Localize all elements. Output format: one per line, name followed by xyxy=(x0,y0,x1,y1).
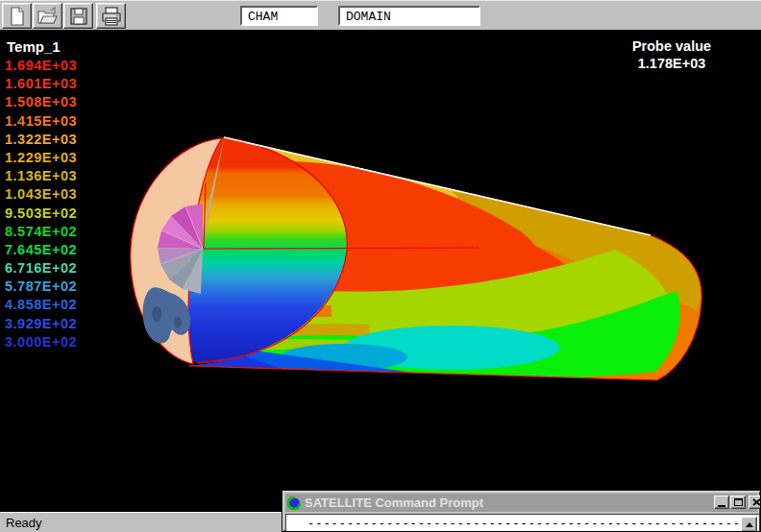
minimize-button[interactable] xyxy=(714,496,729,509)
probe-readout: Probe value 1.178E+03 xyxy=(621,37,723,72)
save-file-button[interactable] xyxy=(63,3,93,29)
open-file-button[interactable] xyxy=(33,3,62,29)
command-console-output[interactable]: ----------------------------------------… xyxy=(285,514,759,532)
phoenics-logo-icon xyxy=(287,496,301,510)
cham-field[interactable] xyxy=(240,6,318,26)
probe-value: 1.178E+03 xyxy=(621,55,723,72)
toolbar xyxy=(0,0,761,30)
open-folder-icon xyxy=(37,6,60,27)
legend-entry: 5.787E+02 xyxy=(5,278,77,297)
new-document-icon xyxy=(7,6,28,27)
minimize-icon xyxy=(718,505,725,507)
temperature-legend: 1.694E+03 1.601E+03 1.508E+03 1.415E+03 … xyxy=(5,58,77,352)
legend-entry: 1.694E+03 xyxy=(5,58,77,76)
legend-entry: 4.858E+02 xyxy=(5,297,77,315)
up-arrow-icon xyxy=(746,522,753,527)
probe-label: Probe value xyxy=(621,37,723,55)
maximize-icon xyxy=(734,498,743,506)
legend-entry: 1.043E+03 xyxy=(5,186,77,205)
print-button[interactable] xyxy=(96,3,126,29)
scrollbar-up-button[interactable] xyxy=(741,517,757,532)
legend-entry: 3.000E+02 xyxy=(5,334,77,352)
command-window-title: SATELLITE Command Prompt xyxy=(305,496,483,510)
console-line: ----------------------------------------… xyxy=(307,518,749,531)
legend-entry: 7.645E+02 xyxy=(5,242,77,260)
domain-field[interactable] xyxy=(338,6,480,26)
legend-entry: 1.229E+03 xyxy=(5,150,77,168)
status-text: Ready xyxy=(6,516,42,530)
close-button[interactable] xyxy=(749,496,761,509)
printer-icon xyxy=(100,6,123,27)
legend-entry: 9.503E+02 xyxy=(5,206,77,224)
legend-entry: 1.136E+03 xyxy=(5,168,77,186)
cfd-cylinder-visualization xyxy=(0,30,761,512)
legend-entry: 3.929E+02 xyxy=(5,316,77,334)
save-floppy-icon xyxy=(68,6,89,27)
viewport-3d[interactable]: Temp_1 1.694E+03 1.601E+03 1.508E+03 1.4… xyxy=(0,30,761,512)
new-file-button[interactable] xyxy=(2,3,32,29)
maximize-button[interactable] xyxy=(730,496,746,509)
legend-entry: 1.322E+03 xyxy=(5,132,77,150)
legend-entry: 8.574E+02 xyxy=(5,224,77,242)
close-icon xyxy=(752,498,761,506)
satellite-command-prompt-window: SATELLITE Command Prompt ---------------… xyxy=(282,490,761,532)
legend-entry: 1.601E+03 xyxy=(5,76,77,94)
legend-entry: 1.415E+03 xyxy=(5,113,77,132)
command-window-titlebar[interactable]: SATELLITE Command Prompt xyxy=(285,494,757,512)
variable-label: Temp_1 xyxy=(7,38,61,55)
legend-entry: 1.508E+03 xyxy=(5,94,77,112)
phoenics-vr-viewer-window: Temp_1 1.694E+03 1.601E+03 1.508E+03 1.4… xyxy=(0,0,761,532)
legend-entry: 6.716E+02 xyxy=(5,260,77,278)
